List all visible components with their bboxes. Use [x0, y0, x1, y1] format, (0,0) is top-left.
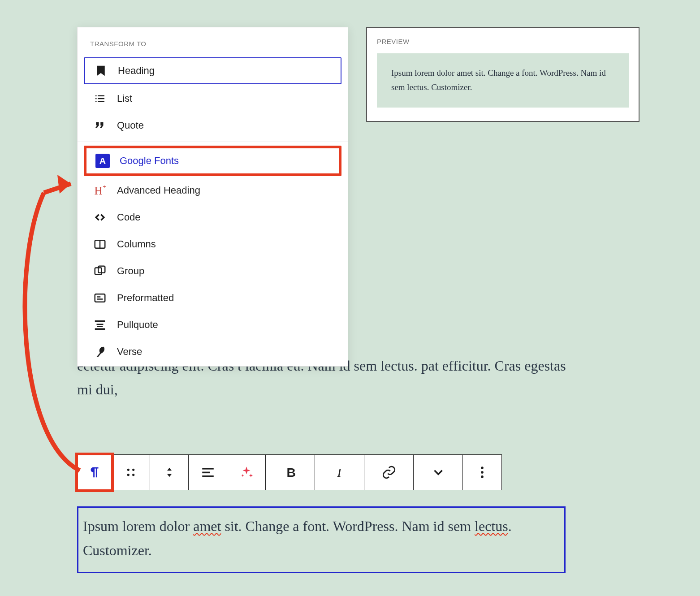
preview-title: PREVIEW	[377, 38, 629, 45]
menu-item-preformatted[interactable]: Preformatted	[84, 285, 341, 311]
menu-label: Preformatted	[117, 292, 174, 304]
menu-label: Columns	[117, 238, 156, 250]
svg-rect-19	[202, 475, 214, 477]
svg-point-14	[132, 469, 134, 471]
list-icon	[93, 91, 107, 106]
menu-label: Google Fonts	[120, 155, 179, 167]
menu-label: List	[117, 93, 132, 104]
preview-text: Ipsum lorem dolor amet sit. Change a fon…	[377, 53, 629, 108]
menu-label: Advanced Heading	[117, 185, 200, 196]
spellcheck-word: lectus	[475, 518, 508, 534]
google-fonts-badge-icon: A	[95, 154, 110, 168]
advanced-heading-icon: H+	[93, 183, 107, 198]
menu-item-heading[interactable]: Heading	[84, 57, 341, 84]
menu-separator	[78, 142, 348, 142]
bold-button[interactable]: B	[266, 455, 315, 490]
svg-point-22	[481, 466, 484, 469]
menu-item-columns[interactable]: Columns	[84, 232, 341, 257]
svg-rect-10	[97, 324, 104, 325]
drag-handle-button[interactable]	[112, 455, 150, 490]
text-segment: Ipsum lorem dolor	[83, 518, 193, 534]
block-toolbar: B I	[77, 454, 502, 490]
pullquote-icon	[93, 318, 107, 332]
menu-item-advanced-heading[interactable]: H+ Advanced Heading	[84, 178, 341, 203]
verse-icon	[93, 345, 107, 359]
svg-point-13	[127, 469, 129, 471]
paragraph-block-button[interactable]	[75, 453, 114, 492]
svg-rect-18	[202, 472, 210, 474]
columns-icon	[93, 237, 107, 251]
menu-item-google-fonts[interactable]: A Google Fonts	[84, 146, 341, 176]
menu-label: Heading	[118, 65, 155, 77]
align-button[interactable]	[189, 455, 227, 490]
spellcheck-word: amet	[193, 518, 221, 534]
paragraph-block[interactable]: Ipsum lorem dolor amet sit. Change a fon…	[77, 506, 566, 573]
preview-panel: PREVIEW Ipsum lorem dolor amet sit. Chan…	[366, 27, 640, 122]
svg-point-16	[132, 474, 134, 476]
svg-text:+: +	[103, 184, 106, 190]
move-up-down-button[interactable]	[150, 455, 189, 490]
svg-point-24	[481, 475, 484, 478]
svg-rect-11	[97, 326, 103, 328]
menu-label: Group	[117, 265, 144, 277]
svg-rect-12	[95, 328, 105, 330]
menu-item-quote[interactable]: Quote	[84, 113, 341, 138]
svg-point-23	[481, 471, 484, 474]
menu-label: Verse	[117, 346, 142, 358]
menu-label: Quote	[117, 120, 144, 131]
preformatted-icon	[93, 291, 107, 305]
code-icon	[93, 210, 107, 225]
svg-marker-25	[57, 175, 71, 194]
menu-item-pullquote[interactable]: Pullquote	[84, 312, 341, 337]
svg-rect-6	[95, 294, 105, 302]
transform-to-popup: TRANSFORM TO Heading List Quote A Google…	[77, 27, 348, 367]
quote-icon	[93, 118, 107, 133]
menu-label: Pullquote	[117, 319, 158, 331]
ai-sparkle-button[interactable]	[227, 455, 266, 490]
transform-title: TRANSFORM TO	[78, 27, 348, 56]
menu-item-list[interactable]: List	[84, 86, 341, 111]
menu-label: Code	[117, 212, 141, 223]
svg-text:I: I	[337, 466, 342, 479]
menu-item-code[interactable]: Code	[84, 205, 341, 230]
more-options-button[interactable]	[463, 455, 501, 490]
svg-text:H: H	[95, 185, 103, 197]
italic-button[interactable]: I	[315, 455, 364, 490]
svg-rect-17	[202, 468, 214, 470]
bookmark-icon	[94, 64, 108, 78]
menu-item-verse[interactable]: Verse	[84, 339, 341, 364]
more-inline-button[interactable]	[414, 455, 463, 490]
svg-text:B: B	[286, 465, 295, 479]
svg-rect-9	[95, 320, 105, 322]
group-icon	[93, 264, 107, 278]
text-segment: sit. Change a font. WordPress. Nam id se…	[221, 518, 475, 534]
link-button[interactable]	[364, 455, 414, 490]
svg-point-15	[127, 474, 129, 476]
menu-item-group[interactable]: Group	[84, 259, 341, 284]
